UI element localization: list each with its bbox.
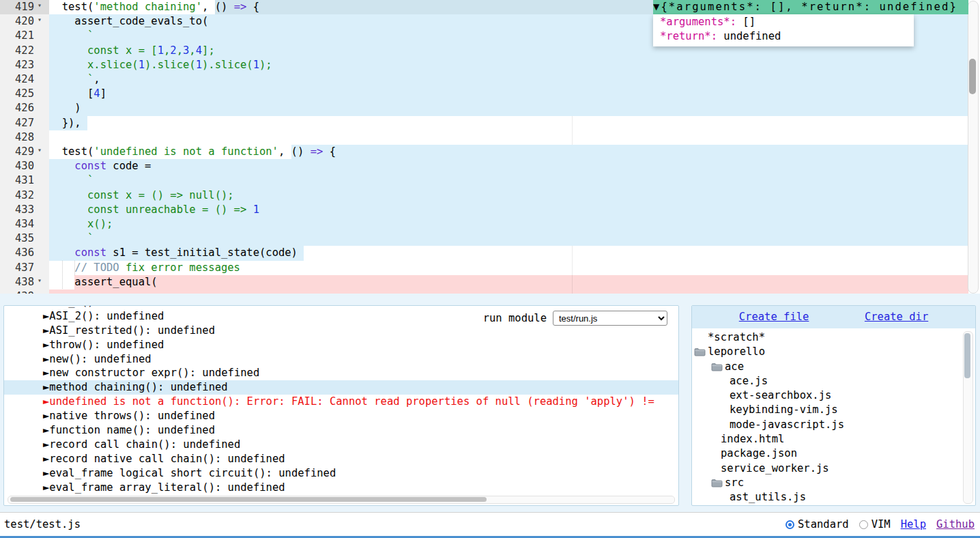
file-tree-folder[interactable]: src: [692, 476, 964, 490]
gutter-cell: 430: [0, 159, 49, 173]
highlight-band: [74, 275, 968, 289]
radio-unselected-icon[interactable]: [859, 520, 868, 529]
code-line[interactable]: 434 x();: [0, 217, 968, 231]
gutter-cell: 429▾: [0, 145, 49, 159]
highlight-band: [49, 173, 968, 188]
code-text: }),: [49, 116, 81, 130]
file-tree-file[interactable]: ast_utils.js: [692, 490, 964, 505]
highlight-band: [49, 87, 968, 101]
code-line[interactable]: 429▾ test('undefined is not a function',…: [0, 145, 968, 159]
highlight-band: [49, 289, 968, 294]
file-tree-file[interactable]: *scratch*: [692, 330, 964, 345]
code-line[interactable]: 437 // TODO fix error messages: [0, 261, 968, 275]
test-result-item[interactable]: ►new constructor expr(): undefined: [4, 366, 678, 380]
keybinding-vim-label: VIM: [871, 518, 891, 530]
code-text: test('method chaining', () => {: [49, 0, 259, 14]
value-inspector-header[interactable]: ▼{*arguments*: [], *return*: undefined}: [653, 0, 968, 14]
highlight-band: [49, 101, 968, 115]
file-tree-file[interactable]: mode-javascript.js: [692, 418, 964, 432]
code-text: x();: [49, 217, 113, 231]
code-text: // TODO fix error messages: [49, 261, 240, 275]
test-result-item[interactable]: ►throw(): undefined: [4, 338, 678, 352]
test-results-list: ►ASI_1(): undefined►ASI_2(): undefined►A…: [4, 305, 678, 494]
console-horizontal-scrollbar[interactable]: [8, 496, 675, 504]
line-number: 420: [0, 14, 34, 29]
line-number: 424: [0, 72, 34, 87]
keybinding-vim-radio[interactable]: VIM: [859, 518, 891, 530]
file-tree-scrollbar-thumb[interactable]: [964, 333, 970, 378]
code-line[interactable]: 424 `,: [0, 72, 968, 87]
help-link[interactable]: Help: [901, 518, 926, 530]
highlight-band: [49, 72, 968, 87]
test-result-item[interactable]: ►eval_frame array_literal(): undefined: [4, 481, 678, 495]
gutter-cell: 424: [0, 72, 49, 87]
code-line[interactable]: 427 }),: [0, 116, 968, 130]
code-line[interactable]: 423 x.slice(1).slice(1).slice(1);: [0, 58, 968, 72]
file-tree-scrollbar[interactable]: [963, 331, 973, 504]
file-tree-file[interactable]: keybinding-vim.js: [692, 403, 964, 417]
code-editor[interactable]: 419▾ test('method chaining', () => {420▾…: [0, 0, 980, 294]
test-result-item[interactable]: ►record call chain(): undefined: [4, 438, 678, 452]
run-module-select[interactable]: test/run.js: [553, 311, 667, 326]
gutter-cell: 420▾: [0, 14, 49, 29]
folder-icon: [711, 363, 723, 371]
create-file-link[interactable]: Create file: [739, 306, 809, 328]
code-line[interactable]: 433 const unreachable = () => 1: [0, 203, 968, 217]
fold-arrow-icon[interactable]: ▾: [38, 143, 42, 157]
code-text: x.slice(1).slice(1).slice(1);: [49, 58, 272, 72]
gutter-cell: 422: [0, 44, 49, 58]
code-text: `: [49, 29, 93, 43]
code-text: const x = () => null();: [49, 188, 234, 203]
inspector-entry: *arguments*: []: [653, 15, 914, 29]
print-margin-line: [572, 116, 573, 145]
code-line[interactable]: 436 const s1 = test_initial_state(code): [0, 246, 968, 260]
line-number: 431: [0, 173, 34, 188]
code-line[interactable]: 425 [4]: [0, 87, 968, 101]
code-line[interactable]: 426 ): [0, 101, 968, 115]
test-result-item[interactable]: ►new(): undefined: [4, 352, 678, 367]
fold-arrow-icon[interactable]: ▾: [38, 12, 42, 27]
current-file-path: test/test.js: [4, 513, 81, 536]
file-tree-file[interactable]: service_worker.js: [692, 462, 964, 476]
line-number: 433: [0, 203, 34, 217]
file-tree-file[interactable]: package.json: [692, 447, 964, 461]
gutter-cell: 431: [0, 173, 49, 188]
line-number: 438: [0, 275, 34, 289]
test-result-item[interactable]: ►function name(): undefined: [4, 423, 678, 438]
radio-selected-icon[interactable]: [786, 520, 794, 529]
create-dir-link[interactable]: Create dir: [865, 306, 928, 328]
gutter-cell: 435: [0, 231, 49, 246]
console-scrollbar-thumb[interactable]: [10, 497, 487, 502]
line-number: 422: [0, 44, 34, 58]
code-line[interactable]: 438▾ assert_equal(: [0, 275, 968, 289]
code-line[interactable]: 439: [0, 289, 968, 294]
code-line[interactable]: 430 const code =: [0, 159, 968, 173]
line-number: 430: [0, 159, 34, 173]
file-tree-file[interactable]: index.html: [692, 432, 964, 447]
test-result-item[interactable]: ►eval_frame logical short circuit(): und…: [4, 466, 678, 481]
code-line[interactable]: 432 const x = () => null();: [0, 188, 968, 203]
editor-scrollbar-thumb[interactable]: [969, 59, 976, 94]
gutter-cell: 439: [0, 289, 49, 294]
github-link[interactable]: Github: [936, 518, 975, 530]
file-tree-file[interactable]: ext-searchbox.js: [692, 388, 964, 403]
fold-arrow-icon[interactable]: ▾: [38, 273, 42, 287]
test-result-item[interactable]: ►undefined is not a function(): Error: F…: [4, 395, 678, 409]
code-line[interactable]: 435 `: [0, 231, 968, 246]
file-tree-file[interactable]: ace.js: [692, 374, 964, 388]
code-line[interactable]: 428: [0, 130, 968, 145]
test-result-item[interactable]: ►method chaining(): undefined: [4, 380, 678, 395]
line-number: 421: [0, 29, 34, 43]
file-tree-folder[interactable]: leporello: [692, 345, 964, 359]
editor-vertical-scrollbar[interactable]: [968, 1, 979, 294]
gutter-cell: 421: [0, 29, 49, 43]
fold-arrow-icon[interactable]: ▾: [38, 0, 42, 12]
status-bar: test/test.js Standard VIM Help Github: [0, 512, 980, 538]
file-tree-folder[interactable]: ace: [692, 360, 964, 374]
keybinding-standard-radio[interactable]: Standard: [786, 518, 849, 530]
test-result-item[interactable]: ►record native call chain(): undefined: [4, 452, 678, 466]
gutter-cell: 423: [0, 58, 49, 72]
test-result-item[interactable]: ►native throws(): undefined: [4, 409, 678, 423]
gutter-cell: 425: [0, 87, 49, 101]
code-line[interactable]: 431 `: [0, 173, 968, 188]
